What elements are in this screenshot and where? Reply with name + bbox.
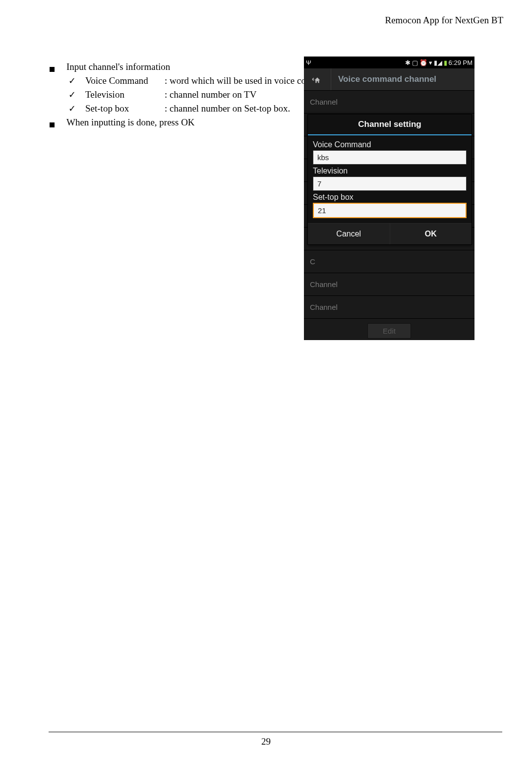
appbar-title: Voice command channel [338,74,436,84]
page-number: 29 [0,736,532,747]
label-settop: Set-top box [313,193,467,202]
term-voice-command: Voice Command [85,74,165,87]
desc-settop: : channel number on Set-top box. [165,102,290,115]
desc-television: : channel number on TV [165,88,256,101]
term-television: Television [85,88,165,101]
bullet-text: Input channel's information [66,60,170,73]
channel-row[interactable]: C [304,250,474,273]
wifi-icon: ▾ [429,59,432,66]
signal-icon: ▮◢ [434,59,442,66]
input-television[interactable] [313,176,467,191]
square-bullet-icon [50,122,55,127]
channel-row[interactable]: Channel [304,91,474,114]
check-icon: ✓ [68,88,78,101]
status-time: 6:29 PM [449,59,473,66]
back-button[interactable] [304,68,331,90]
phone-screenshot: Ψ ✱ ▢ ⏰ ▾ ▮◢ ▮ 6:29 PM Voice command cha… [304,57,474,340]
label-voice-command: Voice Command [313,140,467,149]
edit-button[interactable]: Edit [367,323,411,339]
square-bullet-icon [50,67,55,72]
battery-icon: ▮ [444,59,447,66]
bullet-text: When inputting is done, press OK [66,116,195,129]
label-television: Television [313,167,467,175]
app-bar: Voice command channel [304,68,474,91]
ok-button[interactable]: OK [390,224,472,244]
channel-row[interactable]: Channel [304,273,474,296]
alarm-icon: ⏰ [419,59,427,66]
channel-setting-dialog: Channel setting Voice Command Television… [307,114,472,245]
check-icon: ✓ [68,102,78,115]
home-up-icon [312,74,323,85]
cancel-button[interactable]: Cancel [308,224,390,244]
dialog-title: Channel setting [308,115,472,135]
check-icon: ✓ [68,74,78,87]
channel-row[interactable]: Channel [304,296,474,319]
input-settop[interactable] [313,203,467,218]
bluetooth-icon: ✱ [405,59,411,66]
status-bar: Ψ ✱ ▢ ⏰ ▾ ▮◢ ▮ 6:29 PM [304,57,474,68]
input-voice-command[interactable] [313,150,467,165]
usb-icon: Ψ [306,59,311,66]
nfc-icon: ▢ [412,59,418,66]
footer-rule [49,732,502,732]
document-header: Remocon App for NextGen BT [385,15,503,26]
term-settop: Set-top box [85,102,165,115]
